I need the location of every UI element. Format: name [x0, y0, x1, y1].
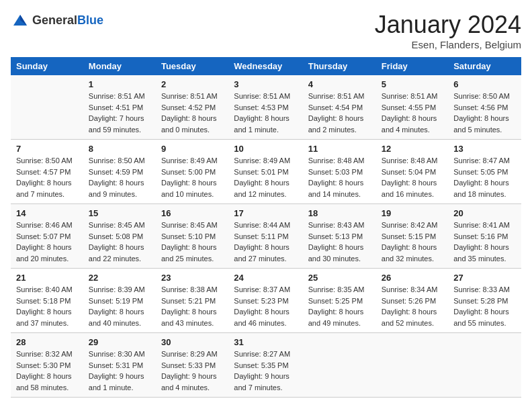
day-cell: 13Sunrise: 8:47 AMSunset: 5:05 PMDayligh… — [448, 140, 521, 204]
day-number: 21 — [16, 273, 78, 283]
day-cell: 27Sunrise: 8:33 AMSunset: 5:28 PMDayligh… — [448, 269, 521, 333]
day-number: 14 — [16, 208, 78, 218]
day-info: Sunrise: 8:44 AMSunset: 5:11 PMDaylight:… — [234, 220, 297, 264]
day-info: Sunrise: 8:27 AMSunset: 5:35 PMDaylight:… — [234, 349, 297, 393]
day-cell: 4Sunrise: 8:51 AMSunset: 4:54 PMDaylight… — [303, 75, 376, 140]
day-info: Sunrise: 8:30 AMSunset: 5:31 PMDaylight:… — [89, 349, 150, 393]
month-title: January 2024 — [375, 11, 521, 39]
day-number: 12 — [382, 144, 443, 154]
day-info: Sunrise: 8:41 AMSunset: 5:16 PMDaylight:… — [453, 220, 516, 264]
day-number: 28 — [16, 337, 78, 347]
logo: GeneralBlue — [11, 11, 103, 30]
location-subtitle: Esen, Flanders, Belgium — [375, 39, 521, 50]
day-number: 4 — [308, 79, 371, 89]
day-cell: 30Sunrise: 8:29 AMSunset: 5:33 PMDayligh… — [156, 333, 228, 398]
day-cell: 9Sunrise: 8:49 AMSunset: 5:00 PMDaylight… — [156, 140, 228, 204]
day-cell — [448, 333, 521, 398]
day-cell: 17Sunrise: 8:44 AMSunset: 5:11 PMDayligh… — [228, 204, 302, 269]
day-cell: 7Sunrise: 8:50 AMSunset: 4:57 PMDaylight… — [11, 140, 83, 204]
day-cell — [11, 75, 83, 140]
day-cell: 15Sunrise: 8:45 AMSunset: 5:08 PMDayligh… — [83, 204, 156, 269]
day-info: Sunrise: 8:49 AMSunset: 5:01 PMDaylight:… — [234, 155, 297, 199]
day-cell: 31Sunrise: 8:27 AMSunset: 5:35 PMDayligh… — [228, 333, 302, 398]
day-number: 27 — [453, 273, 516, 283]
day-info: Sunrise: 8:49 AMSunset: 5:00 PMDaylight:… — [161, 155, 223, 199]
day-cell: 25Sunrise: 8:35 AMSunset: 5:25 PMDayligh… — [303, 269, 376, 333]
day-number: 19 — [382, 208, 443, 218]
day-cell: 16Sunrise: 8:45 AMSunset: 5:10 PMDayligh… — [156, 204, 228, 269]
day-number: 5 — [382, 79, 443, 89]
day-number: 29 — [89, 337, 150, 347]
day-number: 23 — [161, 273, 223, 283]
day-info: Sunrise: 8:38 AMSunset: 5:21 PMDaylight:… — [161, 284, 223, 328]
day-number: 10 — [234, 144, 297, 154]
day-header-tuesday: Tuesday — [156, 57, 228, 75]
day-info: Sunrise: 8:51 AMSunset: 4:52 PMDaylight:… — [161, 91, 223, 135]
day-cell: 8Sunrise: 8:50 AMSunset: 4:59 PMDaylight… — [83, 140, 156, 204]
day-cell: 6Sunrise: 8:50 AMSunset: 4:56 PMDaylight… — [448, 75, 521, 140]
day-info: Sunrise: 8:45 AMSunset: 5:08 PMDaylight:… — [89, 220, 150, 264]
day-cell: 18Sunrise: 8:43 AMSunset: 5:13 PMDayligh… — [303, 204, 376, 269]
day-cell: 19Sunrise: 8:42 AMSunset: 5:15 PMDayligh… — [376, 204, 448, 269]
day-info: Sunrise: 8:45 AMSunset: 5:10 PMDaylight:… — [161, 220, 223, 264]
day-info: Sunrise: 8:50 AMSunset: 4:59 PMDaylight:… — [89, 155, 150, 199]
day-info: Sunrise: 8:50 AMSunset: 4:57 PMDaylight:… — [16, 155, 78, 199]
day-info: Sunrise: 8:48 AMSunset: 5:03 PMDaylight:… — [308, 155, 371, 199]
day-cell: 23Sunrise: 8:38 AMSunset: 5:21 PMDayligh… — [156, 269, 228, 333]
day-number: 18 — [308, 208, 371, 218]
day-info: Sunrise: 8:39 AMSunset: 5:19 PMDaylight:… — [89, 284, 150, 328]
day-info: Sunrise: 8:51 AMSunset: 4:53 PMDaylight:… — [234, 91, 297, 135]
day-number: 2 — [161, 79, 223, 89]
day-cell: 10Sunrise: 8:49 AMSunset: 5:01 PMDayligh… — [228, 140, 302, 204]
day-number: 26 — [382, 273, 443, 283]
week-row-5: 28Sunrise: 8:32 AMSunset: 5:30 PMDayligh… — [11, 333, 521, 398]
day-number: 3 — [234, 79, 297, 89]
day-cell: 5Sunrise: 8:51 AMSunset: 4:55 PMDaylight… — [376, 75, 448, 140]
day-cell: 11Sunrise: 8:48 AMSunset: 5:03 PMDayligh… — [303, 140, 376, 204]
day-number: 7 — [16, 144, 78, 154]
day-number: 13 — [453, 144, 516, 154]
day-number: 6 — [453, 79, 516, 89]
week-row-3: 14Sunrise: 8:46 AMSunset: 5:07 PMDayligh… — [11, 204, 521, 269]
page-header: GeneralBlue January 2024 Esen, Flanders,… — [11, 11, 521, 50]
day-cell: 22Sunrise: 8:39 AMSunset: 5:19 PMDayligh… — [83, 269, 156, 333]
day-header-sunday: Sunday — [11, 57, 83, 75]
day-header-row: SundayMondayTuesdayWednesdayThursdayFrid… — [11, 57, 521, 75]
day-info: Sunrise: 8:51 AMSunset: 4:51 PMDaylight:… — [89, 91, 150, 135]
calendar-body: 1Sunrise: 8:51 AMSunset: 4:51 PMDaylight… — [11, 75, 521, 398]
day-info: Sunrise: 8:40 AMSunset: 5:18 PMDaylight:… — [16, 284, 78, 328]
day-info: Sunrise: 8:47 AMSunset: 5:05 PMDaylight:… — [453, 155, 516, 199]
day-header-saturday: Saturday — [448, 57, 521, 75]
logo-blue-text: Blue — [77, 13, 103, 27]
day-number: 9 — [161, 144, 223, 154]
title-block: January 2024 Esen, Flanders, Belgium — [375, 11, 521, 50]
day-cell: 28Sunrise: 8:32 AMSunset: 5:30 PMDayligh… — [11, 333, 83, 398]
calendar-table: SundayMondayTuesdayWednesdayThursdayFrid… — [11, 57, 521, 398]
day-cell: 12Sunrise: 8:48 AMSunset: 5:04 PMDayligh… — [376, 140, 448, 204]
day-number: 1 — [89, 79, 150, 89]
day-info: Sunrise: 8:46 AMSunset: 5:07 PMDaylight:… — [16, 220, 78, 264]
day-number: 24 — [234, 273, 297, 283]
day-cell: 24Sunrise: 8:37 AMSunset: 5:23 PMDayligh… — [228, 269, 302, 333]
day-number: 16 — [161, 208, 223, 218]
day-info: Sunrise: 8:51 AMSunset: 4:55 PMDaylight:… — [382, 91, 443, 135]
day-cell: 14Sunrise: 8:46 AMSunset: 5:07 PMDayligh… — [11, 204, 83, 269]
day-cell: 29Sunrise: 8:30 AMSunset: 5:31 PMDayligh… — [83, 333, 156, 398]
day-cell — [303, 333, 376, 398]
day-info: Sunrise: 8:33 AMSunset: 5:28 PMDaylight:… — [453, 284, 516, 328]
day-cell: 2Sunrise: 8:51 AMSunset: 4:52 PMDaylight… — [156, 75, 228, 140]
day-number: 15 — [89, 208, 150, 218]
day-info: Sunrise: 8:50 AMSunset: 4:56 PMDaylight:… — [453, 91, 516, 135]
day-info: Sunrise: 8:37 AMSunset: 5:23 PMDaylight:… — [234, 284, 297, 328]
day-header-friday: Friday — [376, 57, 448, 75]
day-header-thursday: Thursday — [303, 57, 376, 75]
day-number: 20 — [453, 208, 516, 218]
logo-icon — [11, 11, 30, 30]
day-header-wednesday: Wednesday — [228, 57, 302, 75]
day-number: 8 — [89, 144, 150, 154]
day-cell: 3Sunrise: 8:51 AMSunset: 4:53 PMDaylight… — [228, 75, 302, 140]
day-cell: 26Sunrise: 8:34 AMSunset: 5:26 PMDayligh… — [376, 269, 448, 333]
day-info: Sunrise: 8:42 AMSunset: 5:15 PMDaylight:… — [382, 220, 443, 264]
day-info: Sunrise: 8:48 AMSunset: 5:04 PMDaylight:… — [382, 155, 443, 199]
week-row-1: 1Sunrise: 8:51 AMSunset: 4:51 PMDaylight… — [11, 75, 521, 140]
